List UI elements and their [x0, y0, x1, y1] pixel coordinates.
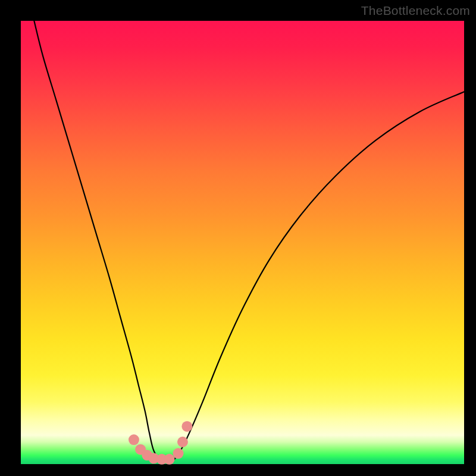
watermark-text: TheBottleneck.com	[361, 4, 470, 18]
curve-marker	[164, 454, 175, 465]
bottleneck-curve	[34, 21, 464, 461]
curve-marker	[173, 448, 183, 459]
chart-svg	[21, 21, 464, 464]
curve-marker	[181, 421, 192, 432]
curve-marker	[177, 437, 188, 447]
marker-group	[129, 421, 192, 465]
chart-frame: TheBottleneck.com	[0, 0, 476, 476]
curve-marker	[129, 434, 139, 445]
chart-plot-area	[21, 21, 464, 464]
